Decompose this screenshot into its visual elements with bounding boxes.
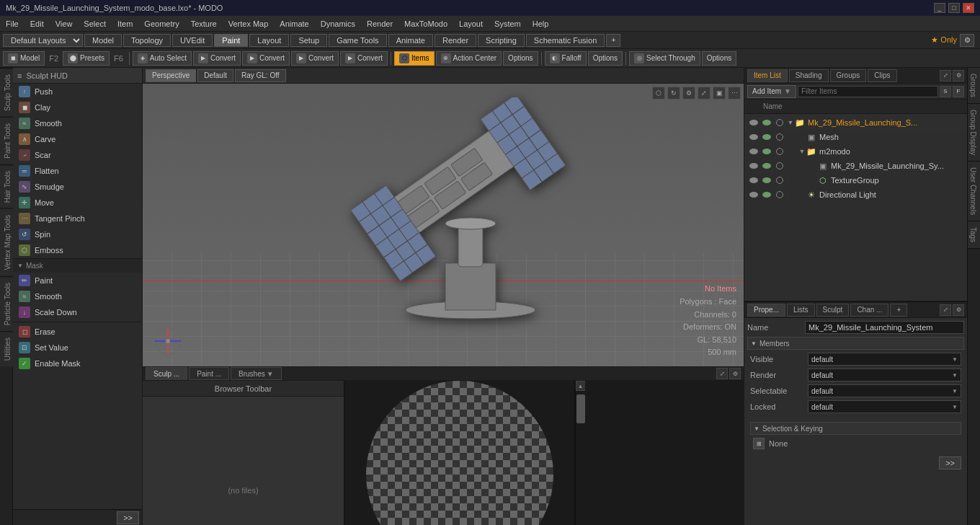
menu-render[interactable]: Render xyxy=(361,18,398,30)
model-btn[interactable]: ◼ Model xyxy=(3,51,45,66)
viewport-3d[interactable]: No Items Polygons : Face Channels: 0 Def… xyxy=(143,84,744,366)
menu-layout[interactable]: Layout xyxy=(453,18,489,30)
menu-maxtomode[interactable]: MaxToModo xyxy=(398,18,453,30)
name-value-field[interactable] xyxy=(805,321,964,334)
menu-texture[interactable]: Texture xyxy=(185,18,223,30)
name-input[interactable] xyxy=(808,323,961,332)
menu-dynamics[interactable]: Dynamics xyxy=(315,18,361,30)
tool-tangent-pinch[interactable]: ⋯ Tangent Pinch xyxy=(13,211,142,226)
close-button[interactable]: ✕ xyxy=(963,3,974,13)
item-list-tab[interactable]: Item List xyxy=(747,69,788,82)
scroll-thumb[interactable] xyxy=(576,394,585,423)
eye-m2modo-3[interactable] xyxy=(773,145,786,158)
eye-mesh[interactable] xyxy=(747,131,760,144)
eye-light[interactable] xyxy=(747,188,760,201)
layout-tab-model[interactable]: Model xyxy=(84,34,122,47)
ray-gl-btn[interactable]: Ray GL: Off xyxy=(235,69,286,82)
convert-btn-2[interactable]: ▶ Convert xyxy=(242,51,290,66)
item-list-settings-icon[interactable]: ⚙ xyxy=(953,70,964,81)
tool-enable-mask[interactable]: ✓ Enable Mask xyxy=(13,356,142,371)
eye-texture-3[interactable] xyxy=(773,174,786,187)
options-btn-1[interactable]: Options xyxy=(503,51,538,66)
menu-system[interactable]: System xyxy=(489,18,527,30)
layout-tab-uvedit[interactable]: UVEdit xyxy=(172,34,213,47)
convert-btn-1[interactable]: ▶ Convert xyxy=(193,51,241,66)
viewport-container[interactable]: Perspective Default Ray GL: Off xyxy=(143,68,744,366)
tree-item-m2modo[interactable]: ▼ 📁 m2modo xyxy=(744,144,967,159)
members-header[interactable]: Members xyxy=(747,337,964,350)
sculp-tab[interactable]: Sculp ... xyxy=(146,367,187,380)
menu-item[interactable]: Item xyxy=(112,18,138,30)
menu-view[interactable]: View xyxy=(50,18,79,30)
options-btn-2[interactable]: Options xyxy=(588,51,623,66)
tool-clay[interactable]: ◼ Clay xyxy=(13,100,142,115)
maximize-button[interactable]: □ xyxy=(948,3,960,13)
eye-mk29[interactable] xyxy=(747,159,760,172)
layout-tab-layout[interactable]: Layout xyxy=(249,34,289,47)
tool-smooth-1[interactable]: ≈ Smooth xyxy=(13,115,142,131)
eye-root-2[interactable] xyxy=(760,116,773,129)
sculpt-tab-props[interactable]: Sculpt xyxy=(816,304,850,317)
eye-light-3[interactable] xyxy=(773,188,786,201)
tree-item-light[interactable]: ☀ Directional Light xyxy=(744,188,967,202)
layout-add-button[interactable]: + xyxy=(606,34,620,47)
expand-icon[interactable]: ⤢ xyxy=(716,368,728,379)
menu-select[interactable]: Select xyxy=(78,18,112,30)
eye-texture[interactable] xyxy=(747,174,760,187)
layout-tab-schematic[interactable]: Schematic Fusion xyxy=(526,34,605,47)
tree-item-root[interactable]: ▼ 📁 Mk_29_Missile_Launching_S... xyxy=(744,115,967,130)
viewport-icon-camera[interactable]: ⬡ xyxy=(652,87,665,100)
tool-spin[interactable]: ↺ Spin xyxy=(13,226,142,242)
paint-tab[interactable]: Paint ... xyxy=(189,367,229,380)
tool-scale-down[interactable]: ↓ Scale Down xyxy=(13,304,142,320)
layout-tab-render[interactable]: Render xyxy=(435,34,476,47)
layout-tab-paint[interactable]: Paint xyxy=(214,34,248,47)
eye-m2modo-2[interactable] xyxy=(760,145,773,158)
convert-btn-3[interactable]: ▶ Convert xyxy=(291,51,339,66)
eye-root-3[interactable] xyxy=(773,116,786,129)
tool-set-value[interactable]: ⊡ Set Value xyxy=(13,340,142,356)
tool-erase[interactable]: ◻ Erase xyxy=(13,324,142,340)
item-list-expand-icon[interactable]: ⤢ xyxy=(940,70,951,81)
sculp-tools-tab[interactable]: Sculp Tools xyxy=(0,68,13,117)
eye-mk29-2[interactable] xyxy=(760,159,773,172)
menu-edit[interactable]: Edit xyxy=(24,18,50,30)
tool-scar[interactable]: ⌿ Scar xyxy=(13,147,142,163)
menu-animate[interactable]: Animate xyxy=(274,18,314,30)
props-expand-btn[interactable]: >> xyxy=(939,456,961,469)
convert-btn-4[interactable]: ▶ Convert xyxy=(340,51,388,66)
more-button[interactable]: >> xyxy=(117,511,139,524)
vertex-map-tools-tab[interactable]: Vertex Map Tools xyxy=(0,208,13,276)
tool-smudge[interactable]: ∿ Smudge xyxy=(13,179,142,195)
items-btn[interactable]: ⬡ Items xyxy=(394,51,434,66)
filter-f-btn[interactable]: F xyxy=(953,86,964,97)
tool-emboss[interactable]: ⬡ Emboss xyxy=(13,242,142,258)
utilities-tab[interactable]: Utilities xyxy=(0,331,13,366)
user-channels-vert-tab[interactable]: User Channels xyxy=(968,162,981,221)
particle-tools-tab[interactable]: Particle Tools xyxy=(0,276,13,331)
brushes-tab[interactable]: Brushes ▼ xyxy=(231,367,282,380)
tags-vert-tab[interactable]: Tags xyxy=(968,221,981,249)
tree-item-texture[interactable]: ⬡ TextureGroup xyxy=(744,173,967,188)
eye-light-2[interactable] xyxy=(760,188,773,201)
paint-tools-tab[interactable]: Paint Tools xyxy=(0,117,13,164)
lists-tab[interactable]: Lists xyxy=(787,304,815,317)
perspective-btn[interactable]: Perspective xyxy=(146,69,196,82)
visible-dropdown[interactable]: default xyxy=(808,353,961,366)
eye-texture-2[interactable] xyxy=(760,174,773,187)
menu-vertex-map[interactable]: Vertex Map xyxy=(223,18,275,30)
menu-file[interactable]: File xyxy=(0,18,24,30)
add-tab[interactable]: + xyxy=(890,304,907,317)
options-btn-3[interactable]: Options xyxy=(702,51,736,66)
tool-flatten[interactable]: ═ Flatten xyxy=(13,163,142,179)
filter-items-input[interactable] xyxy=(798,86,938,97)
layout-tab-setup[interactable]: Setup xyxy=(290,34,327,47)
select-through-btn[interactable]: ◎ Select Through xyxy=(629,51,700,66)
props-expand-icon[interactable]: ⤢ xyxy=(940,304,951,316)
layout-tab-scripting[interactable]: Scripting xyxy=(478,34,525,47)
viewport-icon-settings[interactable]: ⚙ xyxy=(682,87,695,100)
selectable-dropdown[interactable]: default xyxy=(808,384,961,397)
hair-tools-tab[interactable]: Hair Tools xyxy=(0,164,13,208)
action-center-btn[interactable]: ⊕ Action Center xyxy=(436,51,502,66)
brush-preview-area[interactable] xyxy=(344,381,574,525)
